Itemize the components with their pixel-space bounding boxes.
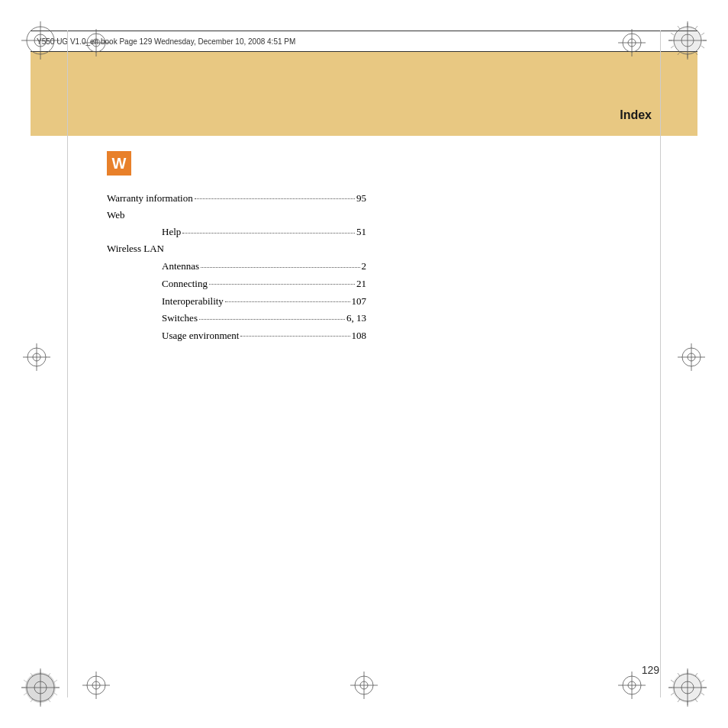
reg-mark-bottom-right <box>668 668 707 707</box>
index-entry-help: Help 51 <box>107 224 366 241</box>
index-entry-antennas: Antennas 2 <box>107 258 366 275</box>
index-entry-switches: Switches 6, 13 <box>107 310 366 327</box>
index-entries: Warranty information 95 Web Help 51 Wire… <box>107 189 652 344</box>
entry-page-antennas: 2 <box>362 258 367 275</box>
svg-line-75 <box>701 693 704 695</box>
entry-label-warranty: Warranty information <box>107 190 193 207</box>
index-entry-interoperability: Interoperability 107 <box>107 292 366 310</box>
content-area: W Warranty information 95 Web Help 51 Wi… <box>107 151 652 344</box>
svg-line-79 <box>671 693 674 695</box>
entry-page-help: 51 <box>356 224 366 240</box>
reg-mark-top-second-left <box>82 29 110 56</box>
svg-line-23 <box>678 52 680 55</box>
reg-mark-top-right <box>668 21 707 60</box>
svg-line-73 <box>701 680 704 682</box>
svg-point-28 <box>674 27 701 54</box>
svg-line-18 <box>701 33 704 35</box>
reg-mark-bottom-right-inner <box>618 672 646 699</box>
svg-line-52 <box>24 680 27 682</box>
letter-heading-text: W <box>112 155 127 172</box>
entry-page-interoperability: 107 <box>352 293 367 310</box>
svg-line-20 <box>701 46 704 48</box>
svg-line-27 <box>678 26 680 29</box>
index-entry-usage-environment: Usage environment 108 <box>107 327 366 344</box>
letter-heading-box: W <box>107 151 131 176</box>
right-border-line <box>660 31 661 697</box>
entry-label-connecting: Connecting <box>162 275 208 292</box>
reg-mark-top-left <box>21 21 60 60</box>
reg-mark-top-right-inner <box>618 29 646 56</box>
index-entry-web: Web <box>107 207 366 224</box>
header-bar: Y550 UG V1.0_en.book Page 129 Wednesday,… <box>31 31 697 52</box>
reg-mark-bottom-second-left <box>82 672 110 699</box>
entry-page-connecting: 21 <box>356 275 366 292</box>
section-title: Index <box>620 108 652 122</box>
entry-page-warranty: 95 <box>356 190 366 207</box>
entry-label-wireless-lan: Wireless LAN <box>107 240 164 257</box>
svg-line-21 <box>695 52 697 55</box>
left-border-line <box>67 31 68 697</box>
file-info-text: Y550 UG V1.0_en.book Page 129 Wednesday,… <box>37 37 295 46</box>
svg-line-50 <box>24 693 27 695</box>
entry-label-usage-environment: Usage environment <box>162 327 239 344</box>
svg-line-26 <box>671 33 674 35</box>
entry-label-web: Web <box>107 207 125 224</box>
reg-mark-bottom-left <box>21 668 60 707</box>
svg-line-17 <box>695 26 697 29</box>
section-header: Index <box>31 52 697 136</box>
svg-line-44 <box>54 680 57 682</box>
entry-label-antennas: Antennas <box>162 258 199 275</box>
reg-mark-bottom-center <box>350 672 378 699</box>
reg-mark-mid-left <box>23 343 50 371</box>
index-entry-connecting: Connecting 21 <box>107 275 366 292</box>
entry-label-switches: Switches <box>162 310 198 327</box>
svg-line-24 <box>671 46 674 48</box>
index-entry-wireless-lan: Wireless LAN <box>107 240 366 257</box>
entry-label-help: Help <box>162 224 181 240</box>
svg-line-81 <box>671 680 674 682</box>
entry-page-usage-environment: 108 <box>352 327 367 344</box>
reg-mark-mid-right <box>678 343 705 371</box>
entry-label-interoperability: Interoperability <box>162 293 224 310</box>
entry-page-switches: 6, 13 <box>346 310 366 327</box>
svg-line-46 <box>54 693 57 695</box>
index-entry-warranty: Warranty information 95 <box>107 189 366 207</box>
